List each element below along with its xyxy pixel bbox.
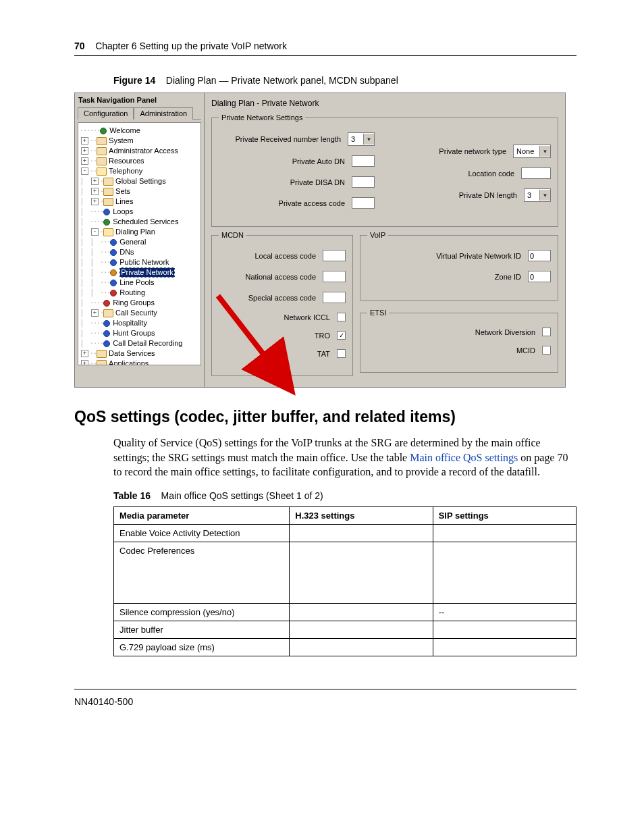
tat-label: TAT [219,350,330,358]
mcid-checkbox[interactable] [542,346,551,355]
vpn-id-label: Virtual Private Network ID [367,252,521,260]
special-access-input[interactable] [323,292,346,303]
tree-hospitality[interactable]: Hospitality [113,318,147,328]
group-mcdn: MCDN Local access code National access c… [211,231,353,376]
expand-icon[interactable]: + [91,309,99,317]
tat-checkbox[interactable] [337,349,346,358]
table-row: Enable Voice Activity Detection [114,524,576,542]
tree-sets[interactable]: Sets [115,186,130,197]
tree-lines[interactable]: Lines [115,197,133,207]
table-row: Codec Preferences [114,542,576,603]
running-header: 70 Chapter 6 Setting up the private VoIP… [74,41,576,51]
tree-admin-access[interactable]: Administrator Access [109,146,178,156]
tree-global-settings[interactable]: Global Settings [115,176,166,186]
network-iccl-checkbox[interactable] [337,313,346,321]
net-diversion-label: Network Diversion [367,328,535,336]
priv-access-code-label: Private access code [219,199,345,207]
chapter-title: Chapter 6 Setting up the private VoIP ne… [95,41,287,51]
priv-access-code-input[interactable] [352,197,375,209]
expand-icon[interactable]: + [81,137,88,145]
folder-icon [103,188,113,196]
tree-system[interactable]: System [109,136,134,146]
tree-dialing-plan[interactable]: Dialing Plan [115,227,155,237]
col-media-parameter: Media parameter [114,506,290,524]
tab-administration[interactable]: Administration [134,107,193,120]
tree-hunt-groups[interactable]: Hunt Groups [113,328,155,338]
nav-tree[interactable]: ······Welcome +··System +··Administrator… [78,122,201,365]
collapse-icon[interactable]: - [81,167,88,175]
group-private-network-settings: Private Network Settings Private Receive… [211,113,558,227]
group-voip: VoIP Virtual Private Network ID Zone ID [360,231,558,301]
tree-line-pools[interactable]: Line Pools [119,278,154,288]
cross-reference-link[interactable]: Main office QoS settings [410,452,518,463]
chevron-down-icon: ▼ [363,134,374,145]
priv-auto-dn-input[interactable] [352,155,375,167]
location-code-input[interactable] [521,167,551,179]
tree-private-network[interactable]: Private Network [119,267,175,278]
vpn-id-input[interactable] [528,250,551,261]
footer-doc-id: NN40140-500 [74,689,576,707]
location-code-label: Location code [395,170,514,178]
content-panel: Dialing Plan - Private Network Private N… [205,93,565,387]
group-legend: MCDN [219,231,246,239]
net-diversion-checkbox[interactable] [542,328,551,336]
tree-welcome[interactable]: Welcome [109,126,140,136]
tree-public-network[interactable]: Public Network [119,257,169,267]
tree-dns[interactable]: DNs [119,247,134,257]
zone-id-input[interactable] [528,271,551,282]
tree-resources[interactable]: Resources [109,156,144,166]
tree-cdr[interactable]: Call Detail Recording [113,338,182,348]
priv-net-type-label: Private network type [395,147,506,155]
table-cell [290,542,433,603]
tree-call-security[interactable]: Call Security [115,308,157,318]
tree-loops[interactable]: Loops [113,207,133,217]
tree-applications[interactable]: Applications [109,359,149,365]
table-row: Silence compression (yes/no)-- [114,603,576,621]
priv-recv-len-select[interactable]: 3▼ [348,132,375,146]
collapse-icon[interactable]: - [91,228,99,236]
expand-icon[interactable]: + [81,360,88,365]
table-cell: Enable Voice Activity Detection [114,524,290,542]
bullet-icon [103,209,110,215]
section-paragraph: Quality of Service (QoS) settings for th… [113,436,576,479]
folder-icon [103,309,113,317]
expand-icon[interactable]: + [81,147,88,155]
folder-open-icon [103,228,113,236]
national-access-input[interactable] [323,271,346,282]
local-access-input[interactable] [323,250,346,261]
zone-id-label: Zone ID [367,273,521,281]
screenshot-panel: Task Navigation Panel Configuration Admi… [74,93,566,388]
tab-configuration[interactable]: Configuration [78,107,134,120]
figure-caption: Figure 14 Dialing Plan — Private Network… [113,75,576,86]
priv-disa-dn-input[interactable] [352,176,375,188]
tree-ring-groups[interactable]: Ring Groups [113,298,155,308]
panel-title: Dialing Plan - Private Network [211,99,558,108]
expand-icon[interactable]: + [91,188,99,195]
table-cell: G.729 payload size (ms) [114,638,290,656]
priv-auto-dn-label: Private Auto DN [219,157,345,165]
table-row: Jitter buffer [114,621,576,638]
table-cell [290,603,433,621]
priv-dn-len-label: Private DN length [395,191,517,199]
table-cell [290,524,433,542]
expand-icon[interactable]: + [81,350,88,357]
expand-icon[interactable]: + [91,198,99,205]
bullet-icon [110,249,117,256]
bullet-icon [100,128,107,134]
tree-general[interactable]: General [119,237,146,247]
priv-dn-len-select[interactable]: 3▼ [524,188,551,202]
folder-icon [97,157,107,165]
table-cell [433,524,576,542]
tree-routing[interactable]: Routing [119,288,145,298]
header-rule [74,55,576,56]
expand-icon[interactable]: + [91,178,99,185]
chevron-down-icon: ▼ [539,190,550,201]
tree-scheduled[interactable]: Scheduled Services [113,217,178,227]
priv-net-type-select[interactable]: None▼ [513,145,551,158]
table-cell [433,542,576,603]
tree-telephony[interactable]: Telephony [109,166,142,176]
national-access-label: National access code [219,273,316,281]
expand-icon[interactable]: + [81,157,88,165]
tro-checkbox[interactable]: ✓ [337,331,346,340]
tree-data-services[interactable]: Data Services [109,348,155,359]
